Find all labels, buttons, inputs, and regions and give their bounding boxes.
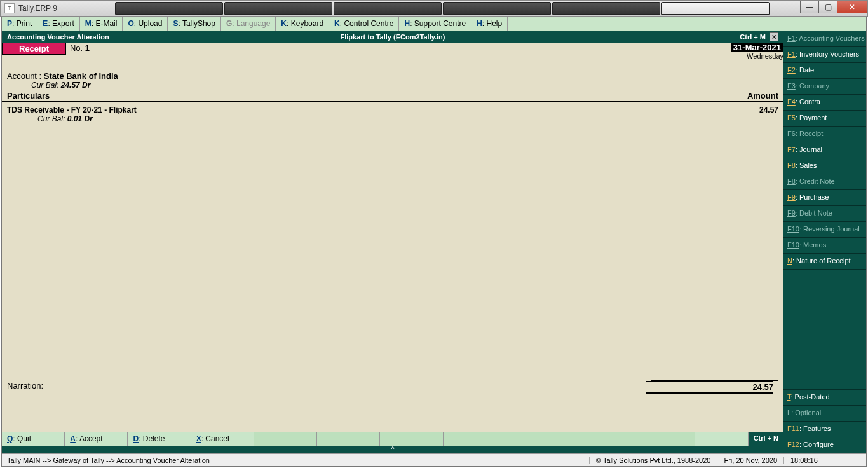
action-cancel[interactable]: X: Cancel — [191, 432, 254, 446]
narration-label: Narration: — [7, 381, 134, 394]
app-icon: T — [4, 3, 15, 13]
browser-tab — [224, 2, 332, 15]
close-icon[interactable]: ✕ — [770, 32, 778, 41]
action-quit[interactable]: Q: Quit — [2, 432, 65, 446]
top-menu: P: PrintE: ExportM: E-MailO: UploadS: Ta… — [2, 17, 866, 31]
main-row: Accounting Voucher Alteration Flipkart t… — [2, 31, 866, 453]
fkey-features[interactable]: F11: Features — [783, 422, 866, 437]
fkey-inventory-vouchers[interactable]: F1: Inventory Vouchers — [783, 47, 866, 63]
fkey-debit-note: F9: Debit Note — [783, 206, 866, 222]
browser-tab — [115, 2, 223, 15]
browser-tab — [661, 2, 770, 15]
breadcrumb: Tally MAIN --> Gateway of Tally --> Acco… — [2, 457, 589, 464]
menu-language: G: Language — [221, 17, 276, 31]
voucher-header: Receipt No. 1 31-Mar-2021 Wednesday — [2, 43, 783, 60]
fkey-accounting-vouchers: F1: Accounting Vouchers — [783, 31, 866, 47]
menu-export[interactable]: E: Export — [37, 17, 79, 31]
context-header: Accounting Voucher Alteration Flipkart t… — [2, 31, 783, 43]
window-controls: — ▢ ✕ — [801, 1, 867, 13]
date-value[interactable]: 31-Mar-2021 — [731, 43, 783, 52]
menu-print[interactable]: P: Print — [2, 17, 37, 31]
menu-support-centre[interactable]: H: Support Centre — [399, 17, 471, 31]
voucher-area: Receipt No. 1 31-Mar-2021 Wednesday Acco… — [2, 43, 783, 432]
browser-tabs — [115, 2, 778, 16]
fkey-receipt: F6: Receipt — [783, 127, 866, 142]
close-button[interactable]: ✕ — [837, 1, 867, 13]
account-name[interactable]: State Bank of India — [44, 71, 118, 81]
app-frame: P: PrintE: ExportM: E-MailO: UploadS: Ta… — [1, 17, 867, 467]
expand-caret[interactable]: ^ — [2, 446, 783, 453]
column-header: Particulars Amount — [2, 90, 783, 102]
narration-field[interactable] — [134, 381, 646, 394]
fkey-date[interactable]: F2: Date — [783, 63, 866, 79]
fkey-optional: L: Optional — [783, 406, 866, 422]
bottom-action-bar: Q: QuitA: AcceptD: DeleteX: CancelCtrl +… — [2, 432, 783, 446]
fkey-payment[interactable]: F5: Payment — [783, 111, 866, 127]
fkey-post-dated[interactable]: T: Post-Dated — [783, 390, 866, 406]
minimize-button[interactable]: — — [800, 1, 819, 13]
narration-row: Narration: 24.57 — [2, 381, 783, 394]
status-date: Fri, 20 Nov, 2020 — [717, 457, 783, 464]
status-time: 18:08:16 — [783, 457, 866, 464]
fkey-journal[interactable]: F7: Journal — [783, 142, 866, 158]
fkey-panel: F1: Accounting VouchersF1: Inventory Vou… — [783, 31, 866, 453]
copyright: © Tally Solutions Pvt Ltd., 1988-2020 — [589, 457, 717, 464]
window-titlebar: T Tally.ERP 9 — ▢ ✕ — [0, 0, 868, 17]
context-title: Accounting Voucher Alteration — [7, 33, 109, 41]
fkey-configure[interactable]: F12: Configure — [783, 437, 866, 453]
fkey-nature-of-receipt[interactable]: N: Nature of Receipt — [783, 254, 866, 270]
action-accept[interactable]: A: Accept — [65, 432, 128, 446]
menu-tallyshop[interactable]: S: TallyShop — [168, 17, 221, 31]
col-amount: Amount — [702, 91, 778, 100]
voucher-number: No. 1 — [66, 43, 93, 53]
menu-keyboard[interactable]: K: Keyboard — [276, 17, 329, 31]
company-name: Flipkart to Tally (ECom2Tally.in) — [340, 33, 445, 41]
browser-tab — [552, 2, 660, 15]
fkey-sales[interactable]: F8: Sales — [783, 158, 866, 174]
menu-e-mail[interactable]: M: E-Mail — [80, 17, 123, 31]
maximize-button[interactable]: ▢ — [818, 1, 837, 13]
voucher-type-badge: Receipt — [2, 43, 66, 55]
fkey-credit-note: F8: Credit Note — [783, 174, 866, 190]
left-pane: Accounting Voucher Alteration Flipkart t… — [2, 31, 783, 453]
entries-list: TDS Receivable - FY 20-21 - Flipkart24.5… — [2, 102, 783, 380]
fkey-contra[interactable]: F4: Contra — [783, 95, 866, 111]
menu-control-centre[interactable]: K: Control Centre — [329, 17, 399, 31]
fkey-company: F3: Company — [783, 79, 866, 95]
account-row: Account : State Bank of India Cur Bal: 2… — [2, 60, 783, 90]
status-bar: Tally MAIN --> Gateway of Tally --> Acco… — [2, 453, 866, 466]
shortcut-hint: Ctrl + M — [740, 33, 766, 41]
fkey-purchase[interactable]: F9: Purchase — [783, 190, 866, 206]
shortcut-hint-bottom: Ctrl + N — [749, 432, 783, 446]
fkey-reversing-journal: F10: Reversing Journal — [783, 222, 866, 238]
date-day: Wednesday — [731, 52, 783, 60]
browser-tab — [443, 2, 551, 15]
voucher-date: 31-Mar-2021 Wednesday — [731, 43, 783, 60]
account-balance: Cur Bal: 24.57 Dr — [7, 81, 778, 90]
fkey-memos: F10: Memos — [783, 238, 866, 254]
menu-upload[interactable]: O: Upload — [123, 17, 168, 31]
action-delete[interactable]: D: Delete — [128, 432, 191, 446]
browser-tab — [334, 2, 442, 15]
menu-help[interactable]: H: Help — [471, 17, 508, 31]
col-particulars: Particulars — [7, 91, 702, 100]
window-title: Tally.ERP 9 — [18, 4, 57, 13]
voucher-total: 24.57 — [646, 381, 773, 394]
ledger-entry[interactable]: TDS Receivable - FY 20-21 - Flipkart24.5… — [7, 106, 778, 123]
